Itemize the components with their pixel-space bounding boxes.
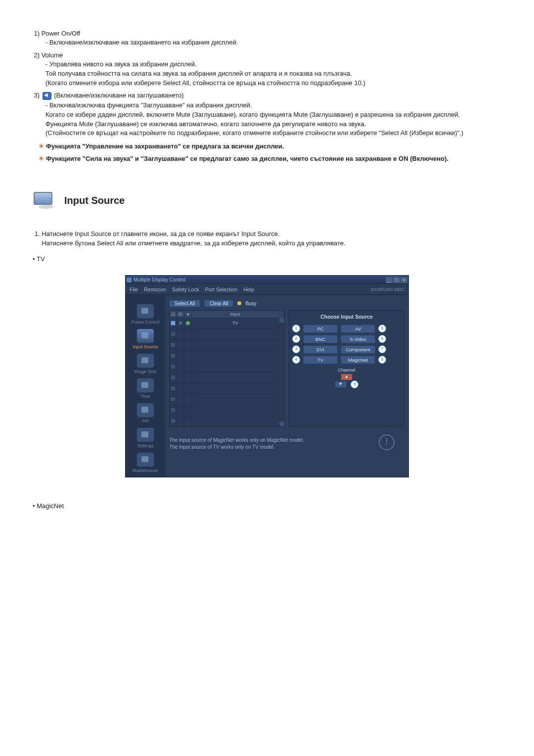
- table-row[interactable]: [170, 383, 279, 394]
- input-source-icon: [30, 191, 57, 210]
- marker-5: 5: [378, 325, 386, 332]
- app-icon: [127, 278, 132, 283]
- note-line: The Input source of MagicNet works only …: [169, 437, 404, 444]
- main-panel: Select All Clear All Busy ☑ ID ● Input: [165, 295, 408, 477]
- inst-line: Натиснете бутона Select All или отметнет…: [42, 239, 345, 247]
- line: Функцията Mute (Заглушаване) се изключва…: [45, 120, 366, 128]
- table-row[interactable]: [170, 361, 279, 372]
- mute-icon: [43, 92, 51, 100]
- th-id: ID: [177, 311, 184, 318]
- clear-all-button[interactable]: Clear All: [204, 300, 233, 307]
- marker-8: 8: [378, 356, 386, 364]
- note: ✶Функциите "Сила на звука" и "Заглушаван…: [39, 154, 504, 164]
- table-row[interactable]: [170, 394, 279, 405]
- sidebar-item-image-size[interactable]: Image Size: [126, 353, 165, 374]
- marker-4: 4: [292, 356, 300, 364]
- star-icon: ✶: [39, 155, 44, 162]
- cell-id: 0: [177, 318, 184, 329]
- checkbox-icon[interactable]: [171, 321, 176, 326]
- minimize-button[interactable]: _: [386, 277, 393, 283]
- item-desc: - Включва/изключва функцията "Заглушаван…: [45, 101, 504, 138]
- table-row[interactable]: [170, 329, 279, 339]
- note-text: Функцията "Управление на захранването" с…: [46, 142, 284, 150]
- app-screenshot: Multiple Display Control _□× File Remoco…: [125, 275, 409, 477]
- marker-3: 3: [292, 345, 300, 353]
- table-row[interactable]: [170, 339, 279, 350]
- table-row[interactable]: [170, 405, 279, 416]
- toolbar: Select All Clear All Busy: [169, 300, 404, 307]
- menu-help[interactable]: Help: [243, 286, 254, 292]
- section-heading: Input Source: [30, 191, 504, 210]
- menu-safety-lock[interactable]: Safety Lock: [172, 286, 199, 292]
- bullet-label: TV: [37, 255, 45, 263]
- sidebar-item-maintenance[interactable]: Maintenance: [126, 452, 165, 473]
- line: Когато се избере даден дисплей, включете…: [45, 111, 460, 118]
- panel-title: Choose Input Source: [292, 314, 401, 320]
- sidebar-item-settings[interactable]: Settings: [126, 427, 165, 448]
- info-icon: !: [379, 434, 395, 450]
- marker-7: 7: [378, 345, 386, 353]
- th-input: Input: [192, 311, 279, 318]
- display-table: ☑ ID ● Input 0: [169, 310, 285, 427]
- source-bnc-button[interactable]: BNC: [303, 335, 338, 343]
- channel-up-button[interactable]: ▲: [341, 374, 353, 380]
- select-all-button[interactable]: Select All: [169, 300, 200, 307]
- item-mute: 3) (Включване/изключване на заглушаванет…: [30, 92, 504, 138]
- scrollbar[interactable]: [279, 318, 284, 426]
- source-pc-button[interactable]: PC: [303, 325, 338, 333]
- item-desc: - Включване/изключване на захранването н…: [45, 38, 504, 47]
- item-title: (Включване/изключване на заглушаването): [54, 92, 183, 99]
- item-title: Power On/Off: [42, 30, 81, 37]
- maximize-button[interactable]: □: [393, 277, 400, 283]
- bullet-tv: • TV: [33, 255, 504, 263]
- channel-down-button[interactable]: ▼: [335, 381, 347, 388]
- section-title: Input Source: [64, 195, 125, 206]
- window-titlebar: Multiple Display Control _□×: [126, 276, 408, 284]
- star-icon: ✶: [39, 142, 44, 150]
- close-button[interactable]: ×: [400, 277, 407, 283]
- line: (Когато отмените избора или изберете Sel…: [45, 79, 365, 87]
- source-av-button[interactable]: AV: [341, 325, 375, 333]
- bullet-label: MagicNet: [37, 502, 64, 510]
- source-tv-button[interactable]: TV: [303, 356, 338, 364]
- window-title: Multiple Display Control: [134, 277, 185, 283]
- bullet-magicnet: • MagicNet: [33, 502, 504, 510]
- source-svideo-button[interactable]: S-Video: [341, 335, 375, 343]
- marker-2: 2: [292, 335, 300, 343]
- table-row[interactable]: [170, 350, 279, 361]
- sidebar-item-time[interactable]: Time: [126, 378, 165, 399]
- inst-num: 1.: [35, 230, 40, 237]
- busy-icon: [237, 301, 241, 305]
- line: Той получава стойността на силата на зву…: [45, 70, 352, 77]
- menu-remocon[interactable]: Remocon: [144, 286, 166, 292]
- source-dvi-button[interactable]: DVI: [303, 345, 338, 354]
- note-text: Функциите "Сила на звука" и "Заглушаване…: [46, 155, 448, 162]
- item-number: 1): [30, 30, 40, 37]
- menu-file[interactable]: File: [130, 286, 138, 292]
- sidebar: Power Control Input Source Image Size Ti…: [126, 295, 165, 477]
- brand-label: SAMSUNG MDC: [370, 287, 404, 292]
- item-volume: 2) Volume - Управлява нивото на звука за…: [30, 51, 504, 88]
- marker-6: 6: [378, 335, 386, 343]
- table-row[interactable]: [170, 416, 279, 426]
- menu-bar: File Remocon Safety Lock Port Selection …: [126, 284, 408, 295]
- item-desc: - Управлява нивото на звука за избрания …: [45, 60, 504, 88]
- source-component-button[interactable]: Component: [341, 345, 375, 354]
- window-buttons: _□×: [385, 277, 407, 283]
- inst-line: Натиснете Input Source от главните икони…: [42, 230, 279, 237]
- screenshot-notes: The Input source of MagicNet works only …: [169, 437, 404, 451]
- item-number: 2): [30, 51, 40, 59]
- item-title: Volume: [42, 51, 63, 59]
- menu-port-selection[interactable]: Port Selection: [205, 286, 237, 292]
- sidebar-item-power[interactable]: Power Control: [126, 304, 165, 325]
- note-line: The Input source of TV works only on TV …: [169, 444, 404, 451]
- sidebar-item-pip[interactable]: PIP: [126, 403, 165, 424]
- marker-9: 9: [351, 380, 358, 388]
- table-row[interactable]: [170, 372, 279, 383]
- source-magicnet-button[interactable]: MagicNet: [341, 356, 375, 364]
- item-power: 1) Power On/Off - Включване/изключване н…: [30, 30, 504, 47]
- cell-input: TV: [192, 318, 279, 329]
- sidebar-item-input-source[interactable]: Input Source: [126, 329, 165, 349]
- line: - Включва/изключва функцията "Заглушаван…: [45, 101, 252, 109]
- table-row[interactable]: 0 TV: [170, 318, 279, 329]
